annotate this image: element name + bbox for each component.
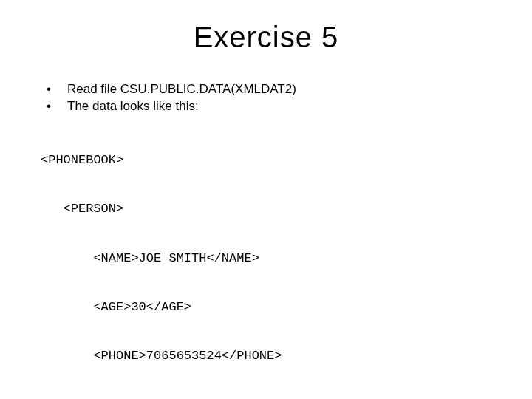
bullet-item: The data looks like this:	[41, 98, 491, 115]
code-line: <PHONEBOOK>	[41, 152, 491, 168]
slide: Exercise 5 Read file CSU.PUBLIC.DATA(XML…	[0, 0, 532, 399]
code-line: <NAME>JOE SMITH</NAME>	[41, 250, 491, 267]
code-line: <PERSON>	[41, 201, 491, 217]
bullet-list: Read file CSU.PUBLIC.DATA(XMLDAT2) The d…	[41, 81, 491, 115]
code-block: <PHONEBOOK> <PERSON> <NAME>JOE SMITH</NA…	[41, 120, 491, 399]
bullet-item: Read file CSU.PUBLIC.DATA(XMLDAT2)	[41, 81, 491, 98]
slide-title: Exercise 5	[0, 21, 532, 54]
slide-content: Read file CSU.PUBLIC.DATA(XMLDAT2) The d…	[41, 81, 491, 399]
code-line: <PHONE>7065653524</PHONE>	[41, 348, 491, 364]
code-line: <AGE>30</AGE>	[41, 299, 491, 316]
